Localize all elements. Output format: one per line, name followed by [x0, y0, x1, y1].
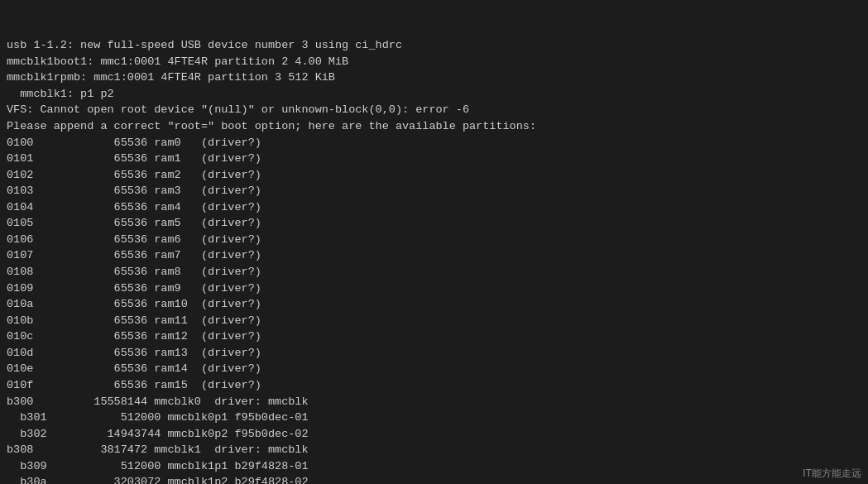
terminal-line: b30a 3203072 mmcblk1p2 b29f4828-02	[7, 474, 861, 484]
terminal-line: 0104 65536 ram4 (driver?)	[7, 199, 861, 216]
terminal-line: b301 512000 mmcblk0p1 f95b0dec-01	[7, 410, 861, 426]
terminal-line: VFS: Cannot open root device "(null)" or…	[7, 102, 861, 118]
terminal-line: 010b 65536 ram11 (driver?)	[7, 313, 861, 329]
terminal-line: b302 14943744 mmcblk0p2 f95b0dec-02	[7, 426, 861, 443]
terminal-line: mmcblk1boot1: mmc1:0001 4FTE4R partition…	[7, 54, 861, 70]
terminal-line: 0100 65536 ram0 (driver?)	[7, 135, 861, 151]
terminal-line: 0101 65536 ram1 (driver?)	[7, 151, 861, 167]
terminal-line: 0105 65536 ram5 (driver?)	[7, 215, 861, 232]
watermark-text: IT能方能走远	[803, 467, 861, 481]
terminal-line: 010a 65536 ram10 (driver?)	[7, 296, 861, 313]
terminal-line: b308 3817472 mmcblk1 driver: mmcblk	[7, 442, 861, 458]
terminal-line: b309 512000 mmcblk1p1 b29f4828-01	[7, 458, 861, 475]
terminal-line: 0103 65536 ram3 (driver?)	[7, 183, 861, 199]
terminal-line: usb 1-1.2: new full-speed USB device num…	[7, 37, 861, 54]
terminal-line: 0109 65536 ram9 (driver?)	[7, 280, 861, 297]
terminal-line: 010e 65536 ram14 (driver?)	[7, 361, 861, 377]
terminal-line: b300 15558144 mmcblk0 driver: mmcblk	[7, 394, 861, 410]
terminal-line: 010d 65536 ram13 (driver?)	[7, 345, 861, 362]
terminal-line: mmcblk1: p1 p2	[7, 86, 861, 103]
terminal-line: 010c 65536 ram12 (driver?)	[7, 328, 861, 345]
terminal-line: 0107 65536 ram7 (driver?)	[7, 247, 861, 264]
terminal-line: Please append a correct "root=" boot opt…	[7, 118, 861, 135]
terminal-line: 0108 65536 ram8 (driver?)	[7, 264, 861, 280]
terminal-line: mmcblk1rpmb: mmc1:0001 4FTE4R partition …	[7, 69, 861, 86]
terminal-line: 010f 65536 ram15 (driver?)	[7, 377, 861, 394]
terminal-window: usb 1-1.2: new full-speed USB device num…	[0, 0, 868, 484]
terminal-output: usb 1-1.2: new full-speed USB device num…	[7, 5, 861, 484]
terminal-line: 0102 65536 ram2 (driver?)	[7, 167, 861, 184]
terminal-line: 0106 65536 ram6 (driver?)	[7, 232, 861, 248]
